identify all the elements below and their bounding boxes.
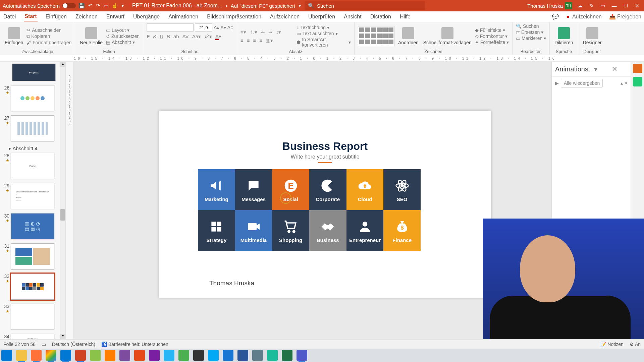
tile-corporate[interactable]: Corporate — [309, 169, 346, 210]
taskbar-app-icon-4[interactable] — [178, 350, 189, 361]
scroll-up-icon[interactable]: ▴ — [60, 62, 65, 67]
shapes-gallery[interactable] — [358, 26, 395, 46]
a11y-status[interactable]: ♿ Barrierefreiheit: Untersuchen — [101, 342, 168, 347]
slide-author[interactable]: Thomas Hruska — [209, 280, 254, 287]
redo-icon[interactable]: ↷ — [96, 3, 100, 9]
help-icon[interactable] — [633, 77, 642, 86]
section-button[interactable]: ▤ Abschnitt ▾ — [106, 40, 135, 45]
taskbar-chrome-icon[interactable] — [46, 350, 56, 361]
taskbar-app-icon-6[interactable] — [223, 350, 233, 361]
slide-thumbnail[interactable]: Projects — [12, 64, 56, 81]
tile-grid[interactable]: MarketingMessagesESocialCorporateCloudSE… — [198, 169, 421, 251]
tab-praesentation[interactable]: Bildschirmpräsentation — [206, 12, 262, 21]
tile-shopping[interactable]: Shopping — [272, 210, 309, 251]
touch-icon[interactable]: ☝ — [112, 3, 118, 9]
indent-dec-icon[interactable]: ⇤ — [261, 29, 265, 36]
tab-hilfe[interactable]: Hilfe — [399, 12, 411, 21]
slide-title[interactable]: Business Report — [159, 140, 491, 153]
tile-finance[interactable]: $Finance — [383, 210, 421, 251]
shadow-text-icon[interactable]: ab — [173, 34, 179, 40]
document-title[interactable]: PPT 01 Roter Faden 006 - ab Zoom... — [132, 3, 222, 9]
move-up-icon[interactable]: ▴ — [621, 80, 623, 86]
slide-thumbnail[interactable]: Ende — [11, 153, 54, 179]
slide-thumbnail[interactable]: Dashboard businesslike Präsentation• ——•… — [11, 183, 54, 209]
tab-ueberpruefen[interactable]: Überprüfen — [308, 12, 336, 21]
italic-button[interactable]: K — [153, 34, 156, 40]
font-family-combo[interactable] — [147, 23, 194, 32]
cloud-sync-icon[interactable]: ☁ — [576, 2, 584, 9]
align-center-icon[interactable]: ≡ — [247, 38, 250, 44]
taskbar-firefox-icon[interactable] — [31, 350, 42, 361]
tile-multimedia[interactable]: Multimedia — [235, 210, 272, 251]
layout-button[interactable]: ▭ Layout ▾ — [106, 27, 129, 33]
record-button[interactable]: Aufzeichnen — [566, 14, 602, 20]
bold-button[interactable]: F — [147, 34, 150, 40]
taskbar-app-icon-7[interactable] — [252, 350, 263, 361]
cut-button[interactable]: ✂ Ausschneiden — [26, 27, 61, 33]
taskbar-onenote-icon[interactable] — [149, 350, 160, 361]
char-spacing-icon[interactable]: AV — [182, 34, 189, 40]
close-button[interactable]: ✕ — [633, 2, 641, 9]
slide-thumbnail[interactable] — [11, 115, 54, 141]
align-text-button[interactable]: ▭ Text ausrichten ▾ — [297, 31, 337, 36]
designer-button[interactable]: Designer — [582, 26, 603, 47]
slide-thumbnail[interactable] — [11, 85, 54, 111]
tab-uebergaenge[interactable]: Übergänge — [132, 12, 160, 21]
pane-collapse-icon[interactable]: ▾ — [594, 65, 609, 73]
save-location[interactable]: Auf "diesem PC" gespeichert — [231, 3, 295, 9]
display-settings-icon[interactable]: ⚙ An — [630, 342, 641, 347]
paste-button[interactable]: Einfügen — [3, 26, 24, 47]
replace-button[interactable]: ⇄ Ersetzen ▾ — [516, 29, 543, 35]
bullets-icon[interactable]: ≡▾ — [240, 29, 246, 36]
user-name[interactable]: Thomas Hruska — [527, 3, 563, 9]
taskbar-powerpoint-icon[interactable] — [75, 350, 86, 361]
tab-ansicht[interactable]: Ansicht — [343, 12, 362, 21]
tile-cloud[interactable]: Cloud — [346, 169, 384, 210]
slide-canvas[interactable]: Business Report Write here your great su… — [74, 62, 551, 339]
minimize-button[interactable]: — — [610, 2, 618, 9]
save-icon[interactable]: 💾 — [78, 3, 85, 9]
line-spacing-icon[interactable]: ↕▾ — [276, 29, 281, 36]
undo-icon[interactable]: ↶ — [88, 3, 93, 9]
scroll-down-icon[interactable]: ▾ — [60, 334, 65, 339]
quick-styles-button[interactable]: Schnellformat-vorlagen — [422, 26, 473, 47]
tab-start[interactable]: Start — [24, 12, 37, 21]
taskbar-app-icon-5[interactable] — [208, 350, 219, 361]
slide-thumbnail[interactable] — [11, 274, 54, 300]
taskbar-app-icon-1[interactable] — [90, 350, 101, 361]
tile-seo[interactable]: SEO — [383, 169, 421, 210]
tile-messages[interactable]: Messages — [235, 169, 272, 210]
notes-button[interactable]: 📝 Notizen — [600, 342, 623, 347]
tile-marketing[interactable]: Marketing — [198, 169, 235, 210]
play-all-button[interactable]: Alle wiedergeben — [561, 79, 603, 87]
taskbar-obs-icon[interactable] — [193, 350, 204, 361]
start-button[interactable] — [1, 350, 12, 361]
columns-icon[interactable]: ▥▾ — [266, 38, 273, 44]
select-button[interactable]: ▭ Markieren ▾ — [516, 36, 546, 41]
taskbar-outlook-icon[interactable] — [60, 350, 71, 361]
strike-button[interactable]: S — [167, 34, 170, 40]
chevron-down-icon[interactable]: ▾ — [299, 3, 301, 9]
text-direction-button[interactable]: ↕ Textrichtung ▾ — [297, 25, 329, 30]
format-painter-button[interactable]: 🖌 Format übertragen — [26, 40, 71, 45]
grow-font-icon[interactable]: A▴ — [214, 23, 219, 32]
draw-icon[interactable]: ✎ — [588, 2, 595, 9]
ribbon-display-icon[interactable]: ▭ — [599, 2, 606, 9]
taskbar-word-icon[interactable] — [237, 350, 248, 361]
language-status[interactable]: Deutsch (Österreich) — [52, 342, 95, 347]
arrange-button[interactable]: Anordnen — [397, 26, 420, 47]
underline-button[interactable]: U — [160, 34, 163, 40]
slide-thumbnail[interactable] — [11, 304, 54, 330]
tab-datei[interactable]: Datei — [3, 12, 16, 21]
taskbar-app-icon-2[interactable] — [119, 350, 130, 361]
change-case-icon[interactable]: Aa▾ — [192, 34, 201, 40]
highlight-color-icon[interactable]: 🖍▾ — [204, 34, 212, 40]
tab-entwurf[interactable]: Entwurf — [106, 12, 125, 21]
tab-dictation[interactable]: Dictation — [370, 12, 392, 21]
taskbar-edge-icon[interactable] — [267, 350, 278, 361]
slide-count[interactable]: Folie 32 von 58 — [3, 342, 36, 347]
qat-more-icon[interactable]: ▾ — [121, 3, 124, 9]
pane-close-icon[interactable]: ✕ — [612, 65, 627, 73]
tab-zeichnen[interactable]: Zeichnen — [75, 12, 98, 21]
tab-aufzeichnen[interactable]: Aufzeichnen — [269, 12, 300, 21]
